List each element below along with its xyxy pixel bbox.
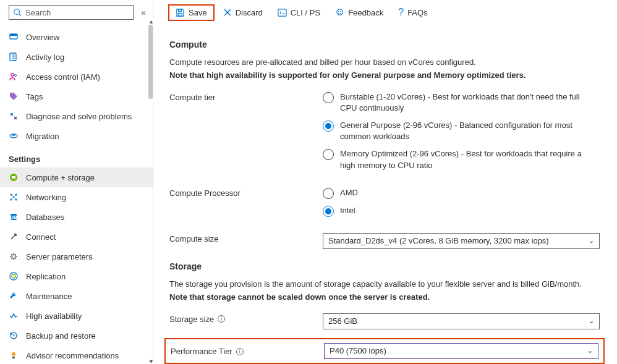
svg-point-21 (12, 255, 15, 258)
compute-tier-memory[interactable]: Memory Optimized (2-96 vCores) - Best fo… (323, 148, 605, 171)
sidebar-item-label: Advisor recommendations (26, 351, 119, 360)
compute-processor-label: Compute Processor (169, 187, 323, 198)
sidebar-item-connect[interactable]: Connect (0, 227, 153, 247)
radio-label: AMD (340, 187, 358, 198)
sidebar-item-networking[interactable]: Networking (0, 187, 153, 207)
overview-icon (9, 32, 19, 42)
svg-rect-27 (179, 9, 182, 11)
compute-desc-note: Note that high availability is supported… (169, 70, 605, 82)
performance-tier-select[interactable]: P40 (7500 iops) ⌄ (324, 343, 598, 359)
svg-rect-3 (10, 34, 17, 36)
performance-tier-label: Performance Tier i (171, 345, 324, 356)
sidebar-item-label: Diagnose and solve problems (26, 112, 132, 121)
svg-point-24 (12, 352, 15, 356)
sidebar-item-maintenance[interactable]: Maintenance (0, 286, 153, 306)
radio-label: Burstable (1-20 vCores) - Best for workl… (340, 91, 594, 114)
save-icon (176, 8, 185, 17)
svg-point-33 (341, 11, 342, 12)
maintenance-icon (9, 291, 19, 301)
radio-icon[interactable] (323, 92, 334, 103)
radio-icon[interactable] (323, 149, 334, 160)
sidebar-item-overview[interactable]: Overview (0, 27, 153, 47)
sidebar-item-databases[interactable]: DB Databases (0, 207, 153, 227)
sidebar-item-compute-storage[interactable]: Compute + storage (0, 167, 153, 187)
compute-storage-icon (9, 172, 19, 182)
sidebar-item-label: Connect (26, 232, 56, 242)
select-value: Standard_D2ds_v4 (2 vCores, 8 GiB memory… (328, 236, 549, 245)
compute-size-select[interactable]: Standard_D2ds_v4 (2 vCores, 8 GiB memory… (323, 233, 600, 249)
sidebar-item-label: Tags (26, 92, 43, 101)
toolbar: Save Discard CLI / PS Feedback ? FAQs (164, 0, 617, 25)
search-icon (13, 8, 22, 17)
select-value: 256 GiB (328, 316, 357, 326)
radio-icon[interactable] (323, 121, 334, 132)
feedback-label: Feedback (348, 8, 383, 17)
sidebar-item-diagnose[interactable]: Diagnose and solve problems (0, 106, 153, 126)
diagnose-icon (9, 111, 19, 121)
sidebar-item-label: Backup and restore (26, 331, 96, 341)
scroll-down-arrow[interactable]: ▼ (148, 358, 153, 364)
radio-label: Intel (340, 205, 355, 216)
compute-processor-amd[interactable]: AMD (323, 187, 605, 199)
radio-icon[interactable] (323, 188, 334, 199)
search-box[interactable] (9, 5, 134, 20)
save-label: Save (189, 8, 207, 17)
sidebar-item-label: Access control (IAM) (26, 72, 100, 82)
replication-icon (9, 271, 19, 281)
sidebar-item-server-parameters[interactable]: Server parameters (0, 247, 153, 266)
radio-label: Memory Optimized (2-96 vCores) - Best fo… (340, 148, 594, 171)
compute-processor-intel[interactable]: Intel (323, 205, 605, 217)
info-icon[interactable]: i (236, 348, 244, 355)
collapse-sidebar-button[interactable]: « (138, 7, 148, 17)
scroll-up-arrow[interactable]: ▲ (148, 19, 153, 25)
advisor-icon (9, 350, 19, 360)
sidebar-item-tags[interactable]: Tags (0, 87, 153, 106)
chevron-down-icon: ⌄ (587, 347, 593, 355)
help-icon: ? (398, 7, 404, 18)
sidebar-item-advisor[interactable]: Advisor recommendations (0, 345, 153, 364)
sidebar-item-activity-log[interactable]: Activity log (0, 47, 153, 67)
storage-size-select[interactable]: 256 GiB ⌄ (323, 313, 600, 329)
sidebar-item-label: Migration (26, 132, 59, 141)
radio-icon[interactable] (323, 206, 334, 217)
feedback-button[interactable]: Feedback (329, 6, 389, 20)
sidebar: « Overview Activity log Access control (… (0, 0, 153, 364)
sidebar-scrollbar[interactable]: ▲ ▼ (148, 25, 153, 358)
save-button[interactable]: Save (169, 6, 213, 20)
svg-point-9 (14, 74, 16, 76)
access-control-icon (9, 72, 19, 82)
activity-log-icon (9, 52, 19, 62)
cli-label: CLI / PS (291, 8, 320, 17)
compute-size-label: Compute size (169, 233, 323, 243)
tags-icon (9, 91, 19, 101)
compute-tier-general[interactable]: General Purpose (2-96 vCores) - Balanced… (323, 120, 605, 142)
chevron-down-icon: ⌄ (589, 317, 594, 325)
sidebar-section-settings: Settings (0, 146, 153, 167)
migration-icon (9, 131, 19, 141)
info-icon[interactable]: i (218, 315, 225, 323)
discard-label: Discard (236, 8, 263, 17)
sidebar-item-access-control[interactable]: Access control (IAM) (0, 67, 153, 87)
faqs-button[interactable]: ? FAQs (392, 4, 433, 20)
svg-rect-26 (179, 13, 182, 16)
sidebar-item-replication[interactable]: Replication (0, 266, 153, 286)
cli-button[interactable]: CLI / PS (271, 6, 326, 20)
discard-button[interactable]: Discard (217, 6, 269, 20)
main-panel: Save Discard CLI / PS Feedback ? FAQs Co… (153, 0, 617, 364)
svg-point-22 (10, 273, 17, 280)
sidebar-item-label: Maintenance (26, 292, 72, 301)
sidebar-item-high-availability[interactable]: High availability (0, 306, 153, 326)
search-input[interactable] (25, 8, 129, 17)
svg-text:DB: DB (10, 214, 17, 220)
sidebar-item-migration[interactable]: Migration (0, 126, 153, 146)
chevron-down-icon: ⌄ (589, 237, 594, 245)
compute-tier-burstable[interactable]: Burstable (1-20 vCores) - Best for workl… (323, 91, 605, 114)
sidebar-item-label: High availability (26, 311, 82, 321)
select-value: P40 (7500 iops) (330, 346, 386, 355)
storage-desc: The storage you provision is the amount … (169, 279, 605, 290)
svg-point-0 (14, 9, 20, 15)
sidebar-item-backup-restore[interactable]: Backup and restore (0, 326, 153, 345)
scrollbar-thumb[interactable] (148, 25, 153, 99)
sidebar-item-label: Databases (26, 213, 64, 222)
sidebar-item-label: Activity log (26, 53, 64, 62)
